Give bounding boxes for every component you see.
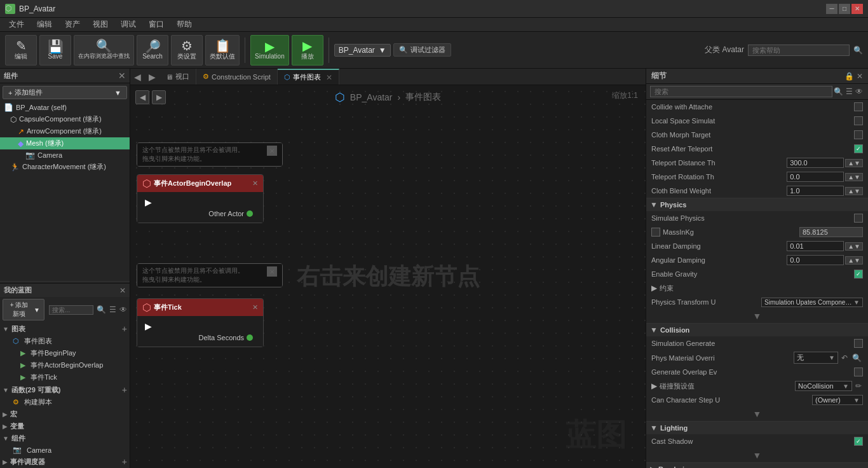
- details-grid-icon[interactable]: ☰: [844, 87, 854, 96]
- vars-category[interactable]: ▶ 变量: [0, 420, 130, 432]
- add-component-button[interactable]: + 添加组件 ▼: [3, 86, 127, 99]
- toolbar-edit-button[interactable]: ✎ 编辑: [5, 35, 37, 65]
- sim-generate-checkbox[interactable]: [854, 339, 863, 348]
- details-search-icon[interactable]: 🔍: [832, 87, 844, 96]
- collide-attached-checkbox[interactable]: [854, 102, 863, 111]
- mybp-tick[interactable]: ▶ 事件Tick: [0, 371, 130, 383]
- tab-construct-script[interactable]: ⚙ Construction Script: [196, 69, 278, 85]
- bp-disabled-2-icon[interactable]: ✕: [267, 266, 277, 277]
- bp-node-actor-overlap-close-icon[interactable]: ✕: [252, 179, 258, 188]
- collision-section-header[interactable]: ▼ Collision: [646, 324, 868, 336]
- physics-more-button[interactable]: ▼: [646, 309, 868, 323]
- mybp-view-icon[interactable]: ☰: [109, 305, 116, 314]
- comp-item-camera[interactable]: 📷 Camera: [0, 149, 130, 161]
- tab-viewport[interactable]: 🖥 视口: [159, 69, 196, 85]
- mybp-actor-overlap[interactable]: ▶ 事件ActorBeginOverlap: [0, 359, 130, 371]
- bp-node-tick-close-icon[interactable]: ✕: [252, 303, 258, 312]
- tab-nav-forward[interactable]: ▶: [145, 72, 159, 82]
- teleport-rotation-arrow-icon[interactable]: ▲▼: [845, 173, 863, 181]
- angular-damping-input[interactable]: [787, 255, 844, 265]
- toolbar-search-button[interactable]: 🔎 Search: [137, 35, 168, 65]
- menu-window[interactable]: 窗口: [142, 18, 170, 31]
- gen-overlap-checkbox[interactable]: [854, 368, 863, 376]
- details-eye-icon[interactable]: 👁: [854, 87, 864, 96]
- comp-item-bp-avatar[interactable]: 📄 BP_Avatar (self): [0, 102, 130, 113]
- comp-item-capsule[interactable]: ⬡ CapsuleComponent (继承): [0, 113, 130, 125]
- phys-material-reset-icon[interactable]: ↶: [840, 354, 849, 362]
- add-graph-button[interactable]: +: [122, 324, 127, 334]
- mybp-construct[interactable]: ⚙ 构建脚本: [0, 396, 130, 408]
- minimize-button[interactable]: ─: [826, 4, 837, 14]
- add-function-button[interactable]: +: [122, 385, 127, 395]
- mybp-begin-play[interactable]: ▶ 事件BeginPlay: [0, 347, 130, 359]
- reset-after-teleport-checkbox[interactable]: [854, 144, 863, 153]
- comp-item-mesh[interactable]: ◆ Mesh (继承): [0, 137, 130, 149]
- help-search-icon[interactable]: 🔍: [853, 46, 863, 55]
- macros-category[interactable]: ▶ 宏: [0, 408, 130, 420]
- help-search-input[interactable]: [748, 45, 850, 56]
- toolbar-class-settings-button[interactable]: ⚙ 类设置: [171, 35, 203, 65]
- canvas-back-button[interactable]: ◀: [135, 90, 149, 104]
- collision-preset-dropdown[interactable]: NoCollision ▼: [795, 381, 852, 391]
- details-lock-icon[interactable]: 🔒: [844, 72, 854, 81]
- cloth-morph-checkbox[interactable]: [854, 130, 863, 139]
- toolbar-class-defaults-button[interactable]: 📋 类默认值: [205, 35, 240, 65]
- teleport-distance-arrow-icon[interactable]: ▲▼: [845, 159, 863, 167]
- functions-category[interactable]: ▼ 函数(29 可重载) +: [0, 383, 130, 396]
- canvas-forward-button[interactable]: ▶: [152, 90, 166, 104]
- lighting-section-header[interactable]: ▼ Lighting: [646, 422, 868, 434]
- mybp-camera-comp[interactable]: 📷 Camera: [0, 444, 130, 455]
- menu-assets[interactable]: 资产: [58, 18, 86, 31]
- toolbar-simulation-button[interactable]: ▶ Simulation: [250, 35, 289, 65]
- toolbar-play-button[interactable]: ▶ 播放: [292, 35, 323, 65]
- maximize-button[interactable]: □: [839, 4, 850, 14]
- blueprint-canvas[interactable]: ◀ ▶ ⬡ BP_Avatar › 事件图表 缩放1:1 右击来创建新节点 ✕ …: [130, 85, 646, 468]
- delegates-category[interactable]: ▶ 事件调度器 +: [0, 455, 130, 468]
- graphs-category[interactable]: ▼ 图表 +: [0, 322, 130, 335]
- mass-checkbox[interactable]: [651, 228, 660, 237]
- lighting-more-button[interactable]: ▼: [646, 448, 868, 462]
- enable-gravity-checkbox[interactable]: [854, 270, 863, 279]
- collision-more-button[interactable]: ▼: [646, 407, 868, 421]
- mybp-close-icon[interactable]: ✕: [119, 286, 126, 295]
- cloth-blend-arrow-icon[interactable]: ▲▼: [845, 187, 863, 195]
- physics-section-header[interactable]: ▼ Physics: [646, 198, 868, 211]
- menu-edit[interactable]: 编辑: [31, 18, 58, 31]
- add-delegate-button[interactable]: +: [122, 457, 127, 467]
- menu-help[interactable]: 帮助: [170, 18, 198, 31]
- cloth-blend-input[interactable]: [787, 186, 844, 196]
- tab-event-graph[interactable]: ⬡ 事件图表 ✕: [278, 69, 339, 85]
- details-search-input[interactable]: [650, 86, 832, 97]
- tab-nav-back[interactable]: ◀: [130, 72, 145, 82]
- toolbar-filter[interactable]: 🔍 调试过滤器: [393, 43, 451, 57]
- mybp-search-input[interactable]: [49, 305, 93, 315]
- add-new-button[interactable]: + 添加新项 ▼: [3, 299, 44, 320]
- cast-shadow-checkbox[interactable]: [854, 437, 863, 446]
- toolbar-save-button[interactable]: 💾 Save: [39, 35, 71, 65]
- can-step-dropdown[interactable]: (Owner) ▼: [812, 395, 863, 405]
- comp-item-char-movement[interactable]: 🏃 CharacterMovement (继承): [0, 161, 130, 173]
- rendering-section-header[interactable]: ▶ Rendering: [646, 463, 868, 468]
- toolbar-browser-button[interactable]: 🔍 在内容浏览器中查找: [74, 35, 134, 65]
- comp-item-arrow[interactable]: ↗ ArrowComponent (继承): [0, 125, 130, 137]
- menu-view[interactable]: 视图: [86, 18, 114, 31]
- close-button[interactable]: ✕: [851, 4, 863, 14]
- teleport-rotation-input[interactable]: [787, 172, 844, 182]
- blueprint-selector[interactable]: BP_Avatar ▼: [334, 44, 391, 57]
- linear-damping-input[interactable]: [787, 241, 844, 251]
- simulate-physics-checkbox[interactable]: [854, 214, 863, 223]
- components-close-icon[interactable]: ✕: [118, 71, 126, 81]
- comps-category[interactable]: ▼ 组件: [0, 432, 130, 444]
- menu-debug[interactable]: 调试: [114, 18, 142, 31]
- mybp-event-graph[interactable]: ⬡ 事件图表: [0, 335, 130, 347]
- mass-value-input[interactable]: [799, 227, 863, 237]
- angular-damping-arrow-icon[interactable]: ▲▼: [845, 256, 863, 265]
- mybp-eye-icon[interactable]: 👁: [119, 305, 127, 314]
- teleport-distance-input[interactable]: [787, 158, 844, 168]
- details-close-icon[interactable]: ✕: [857, 72, 863, 81]
- collision-preset-pencil-icon[interactable]: ✏: [854, 382, 863, 390]
- mybp-search-icon[interactable]: 🔍: [97, 305, 106, 314]
- physics-transform-dropdown[interactable]: Simulation Upates Component Trans ▼: [761, 298, 863, 307]
- phys-material-search-icon[interactable]: 🔍: [851, 354, 863, 362]
- local-space-checkbox[interactable]: [854, 116, 863, 125]
